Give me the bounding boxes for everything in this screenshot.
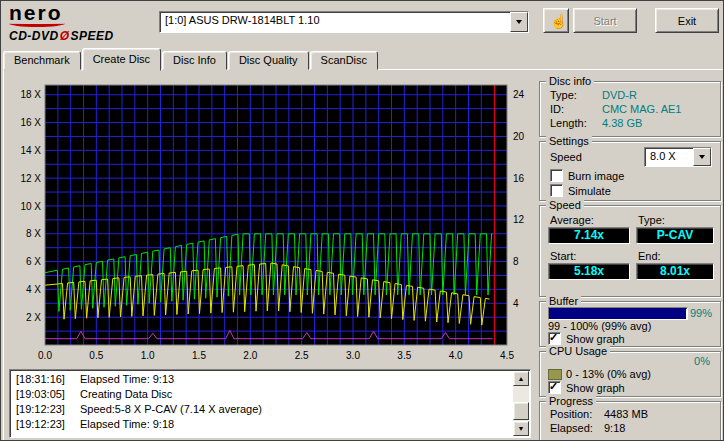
start-button[interactable]: Start	[573, 8, 637, 33]
svg-text:14 X: 14 X	[20, 145, 41, 156]
disc-type-label: Type:	[550, 89, 577, 101]
log-box: [18:31:16]Elapsed Time: 9:13 [19:03:05]C…	[9, 369, 531, 438]
log-line: [18:31:16]Elapsed Time: 9:13	[12, 372, 512, 387]
log-line: [19:12:23]Speed:5-8 X P-CAV (7.14 X aver…	[12, 402, 512, 417]
buffer-group: Buffer 99% 99 - 100% (99% avg) Show grap…	[539, 301, 721, 347]
speed-select[interactable]: 8.0 X	[644, 147, 712, 167]
tab-create-disc[interactable]: Create Disc	[82, 48, 161, 71]
svg-text:4.0: 4.0	[449, 350, 463, 361]
tab-benchmark[interactable]: Benchmark	[3, 51, 81, 70]
group-title: Speed	[546, 199, 584, 211]
checkbox-box	[548, 381, 561, 394]
progress-group: Progress Position: 4483 MB Elapsed: 9:18	[539, 401, 721, 441]
end-speed-label: End:	[638, 250, 661, 262]
tab-bar: Benchmark Create Disc Disc Info Disc Qua…	[3, 48, 379, 70]
speed-select-value: 8.0 X	[645, 148, 693, 166]
checkbox-box	[550, 169, 563, 182]
tab-disc-info[interactable]: Disc Info	[162, 51, 227, 70]
speed-group: Speed Average: Type: 7.14x P-CAV Start: …	[539, 205, 721, 297]
svg-text:4 X: 4 X	[26, 284, 41, 295]
svg-text:10 X: 10 X	[20, 201, 41, 212]
svg-text:6 X: 6 X	[26, 256, 41, 267]
eject-tray-button[interactable]: ☝	[543, 8, 569, 33]
cpu-usage-group: CPU Usage 0% 0 - 13% (0% avg) Show graph	[539, 351, 721, 397]
svg-text:0.0: 0.0	[38, 350, 52, 361]
buffer-range-text: 99 - 100% (99% avg)	[548, 320, 651, 332]
exit-button[interactable]: Exit	[655, 8, 719, 33]
nero-logo: nero CD-DVDØSPEED	[9, 3, 149, 43]
group-title: CPU Usage	[546, 345, 610, 357]
position-value: 4483 MB	[604, 408, 648, 420]
svg-text:24: 24	[513, 89, 525, 100]
start-speed-value: 5.18x	[548, 263, 630, 280]
buffer-bar-fill	[549, 308, 686, 319]
disc-id-label: ID:	[550, 103, 564, 115]
cpu-percent: 0%	[694, 355, 710, 367]
checkbox-box	[548, 332, 561, 345]
buffer-percent: 99%	[690, 307, 712, 319]
svg-text:0.5: 0.5	[89, 350, 103, 361]
chevron-down-icon[interactable]	[693, 148, 711, 166]
buffer-show-graph-checkbox[interactable]: Show graph	[548, 332, 625, 345]
log-line: [19:03:05]Creating Data Disc	[12, 387, 512, 402]
hand-icon: ☝	[550, 13, 567, 29]
settings-group: Settings Speed 8.0 X Burn image Simulate	[539, 141, 721, 201]
group-title: Disc info	[546, 75, 594, 87]
svg-text:2.0: 2.0	[243, 350, 257, 361]
svg-text:8: 8	[513, 256, 519, 267]
log-lines: [18:31:16]Elapsed Time: 9:13 [19:03:05]C…	[12, 372, 512, 435]
svg-text:16: 16	[513, 173, 525, 184]
tab-scandisc[interactable]: ScanDisc	[310, 51, 378, 70]
tab-disc-quality[interactable]: Disc Quality	[228, 51, 309, 70]
cd-dvd-speed-logo-text: CD-DVDØSPEED	[9, 29, 149, 43]
svg-text:12 X: 12 X	[20, 173, 41, 184]
simulate-checkbox[interactable]: Simulate	[550, 184, 611, 197]
group-title: Buffer	[546, 295, 581, 307]
svg-text:1.5: 1.5	[192, 350, 206, 361]
cpu-graph-swatch	[548, 369, 562, 380]
svg-text:4.5: 4.5	[500, 350, 514, 361]
scroll-down-button[interactable]: ▼	[513, 421, 529, 436]
svg-text:2 X: 2 X	[26, 312, 41, 323]
disc-type-value: DVD-R	[602, 89, 637, 101]
position-label: Position:	[550, 408, 592, 420]
group-title: Settings	[546, 135, 592, 147]
buffer-bar	[548, 307, 688, 320]
svg-text:20: 20	[513, 131, 525, 142]
speed-chart: 2 X4 X6 X8 X10 X12 X14 X16 X18 X48121620…	[9, 77, 533, 369]
cpu-range-text: 0 - 13% (0% avg)	[566, 368, 651, 380]
checkbox-box	[550, 184, 563, 197]
svg-text:3.5: 3.5	[397, 350, 411, 361]
svg-text:3.0: 3.0	[346, 350, 360, 361]
chevron-down-icon[interactable]	[510, 12, 528, 32]
svg-text:4: 4	[513, 298, 519, 309]
group-title: Progress	[546, 395, 596, 407]
write-type-value: P-CAV	[636, 227, 714, 244]
end-speed-value: 8.01x	[636, 263, 714, 280]
log-scrollbar[interactable]: ▲ ▼	[513, 371, 529, 436]
scroll-up-button[interactable]: ▲	[513, 371, 529, 386]
speed-chart-svg: 2 X4 X6 X8 X10 X12 X14 X16 X18 X48121620…	[9, 77, 533, 369]
disc-info-group: Disc info Type: DVD-R ID: CMC MAG. AE1 L…	[539, 81, 721, 137]
start-speed-label: Start:	[550, 250, 576, 262]
disc-length-value: 4.38 GB	[602, 117, 642, 129]
svg-text:8 X: 8 X	[26, 228, 41, 239]
svg-text:16 X: 16 X	[20, 117, 41, 128]
speed-setting-label: Speed	[550, 151, 582, 163]
average-label: Average:	[550, 214, 594, 226]
drive-select-value: [1:0] ASUS DRW-1814BLT 1.10	[160, 12, 510, 32]
type-label: Type:	[638, 214, 665, 226]
scrollbar-thumb[interactable]	[513, 402, 529, 420]
app-window: nero CD-DVDØSPEED [1:0] ASUS DRW-1814BLT…	[0, 0, 724, 441]
elapsed-value: 9:18	[604, 422, 625, 434]
svg-text:18 X: 18 X	[20, 89, 41, 100]
svg-text:2.5: 2.5	[295, 350, 309, 361]
svg-text:12: 12	[513, 214, 525, 225]
svg-text:1.0: 1.0	[141, 350, 155, 361]
nero-logo-text: nero	[9, 3, 149, 23]
log-line: [19:12:23]Elapsed Time: 9:18	[12, 417, 512, 432]
drive-select[interactable]: [1:0] ASUS DRW-1814BLT 1.10	[159, 11, 529, 33]
burn-image-checkbox[interactable]: Burn image	[550, 169, 624, 182]
elapsed-label: Elapsed:	[550, 422, 593, 434]
cpu-show-graph-checkbox[interactable]: Show graph	[548, 381, 625, 394]
